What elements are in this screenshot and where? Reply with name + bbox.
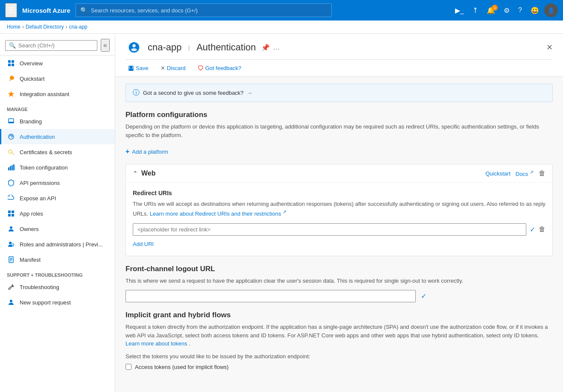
redirect-desc-link-text: Learn more about Redirect URIs and their… [150,211,281,217]
redirect-input-row: ✓ 🗑 [133,223,545,236]
access-tokens-checkbox[interactable] [125,364,131,370]
web-platform-card-header: ⌃ Web Quickstart Docs ↗ 🗑 [126,164,552,183]
sidebar-item-manifest[interactable]: Manifest [0,252,115,267]
upload-button[interactable]: ⤒ [469,4,481,17]
svg-point-20 [12,244,14,246]
svg-point-7 [9,134,14,139]
main-layout: 🔍 « Overview Quickstart [0,34,563,392]
grid-icon [7,59,15,67]
sidebar-item-app-roles-label: App roles [20,211,43,217]
sidebar-item-new-support[interactable]: New support request [0,295,115,310]
breadcrumb-home[interactable]: Home [7,24,20,30]
add-platform-label: Add a platform [132,149,168,155]
sidebar-search-input[interactable] [18,42,93,49]
sidebar-search-icon: 🔍 [9,42,16,49]
breadcrumb-app[interactable]: cna-app [69,24,87,30]
logout-check-icon: ✓ [421,292,426,300]
front-channel-section: Front-channel logout URL This is where w… [125,265,553,303]
sidebar-item-quickstart[interactable]: Quickstart [0,71,115,86]
topbar: ☰ Microsoft Azure 🔍 ▶_ ⤒ 🔔 1 ⚙ ? 😀 👤 [0,0,563,20]
sidebar-item-owners[interactable]: Owners [0,221,115,237]
redirect-uri-input[interactable] [133,223,526,236]
discard-label: Discard [167,65,186,71]
sidebar-item-authentication[interactable]: Authentication [0,129,115,144]
cloud-shell-button[interactable]: ▶_ [452,4,467,17]
svg-rect-12 [12,165,13,170]
discard-button[interactable]: ✕ Discard [158,63,188,73]
hamburger-menu[interactable]: ☰ [5,3,17,18]
more-options-icon[interactable]: … [273,44,280,51]
sidebar-item-roles-admin-label: Roles and administrators | Previ... [20,241,103,248]
svg-rect-29 [130,68,133,70]
topbar-icons: ▶_ ⤒ 🔔 1 ⚙ ? 😀 👤 [452,3,558,17]
svg-point-18 [10,226,12,229]
sidebar-item-branding[interactable]: Branding [0,114,115,129]
feedback-banner-text: Got a second to give us some feedback? [143,90,244,96]
sidebar-item-api-permissions-label: API permissions [20,180,60,186]
card-collapse-icon[interactable]: ⌃ [133,170,138,177]
feedback-button[interactable]: 😀 [527,4,543,17]
search-input[interactable] [91,7,327,14]
platform-card-actions: Quickstart Docs ↗ 🗑 [485,170,545,177]
redirect-delete-icon[interactable]: 🗑 [539,225,545,233]
breadcrumb-sep-1: › [22,24,24,30]
save-label: Save [136,65,149,71]
svg-point-25 [10,300,12,302]
redirect-uris-title: Redirect URIs [133,190,545,196]
feedback-banner-link[interactable]: → [247,90,253,96]
implicit-title: Implicit grant and hybrid flows [125,311,553,319]
sidebar-item-token-config-label: Token configuration [20,164,68,171]
implicit-desc-text: Request a token directly from the author… [125,324,548,339]
add-platform-button[interactable]: + Add a platform [125,146,168,157]
sidebar-item-integration-label: Integration assistant [20,91,69,97]
logout-url-input[interactable] [125,290,416,302]
feedback-label: Got feedback? [205,65,242,71]
sidebar-item-overview[interactable]: Overview [0,56,115,71]
avatar[interactable]: 👤 [544,3,558,17]
redirect-check-icon: ✓ [530,225,535,234]
person2-icon [7,240,15,249]
sidebar-item-integration[interactable]: Integration assistant [0,86,115,102]
sidebar-item-app-roles[interactable]: App roles [0,206,115,221]
redirect-desc-link[interactable]: Learn more about Redirect URIs and their… [150,211,286,217]
heart-icon [198,65,204,71]
sidebar-header: 🔍 « [0,34,115,56]
platform-delete-icon[interactable]: 🗑 [539,170,545,177]
key-icon [7,148,15,156]
web-quickstart-link[interactable]: Quickstart [485,170,510,177]
help-button[interactable]: ? [515,4,525,17]
grid2-icon [7,209,15,218]
sidebar-item-token-config[interactable]: Token configuration [0,160,115,175]
sidebar-item-api-permissions[interactable]: API permissions [0,175,115,190]
content-area: cna-app | Authentication 📌 … ✕ Save [115,34,563,392]
rocket-icon [7,74,15,83]
save-button[interactable]: Save [125,63,151,73]
info-icon: ⓘ [133,88,140,97]
feedback-banner: ⓘ Got a second to give us some feedback?… [125,84,553,102]
web-platform-card-body: Redirect URIs The URIs we will accept as… [126,183,552,255]
svg-rect-6 [9,122,14,123]
sidebar-item-authentication-label: Authentication [20,134,55,140]
close-icon[interactable]: ✕ [546,43,553,52]
svg-rect-11 [10,166,11,170]
sidebar-item-expose-api[interactable]: Expose an API [0,190,115,206]
settings-button[interactable]: ⚙ [500,4,513,17]
web-docs-link[interactable]: Docs ↗ [516,170,534,177]
notifications-button[interactable]: 🔔 1 [483,4,499,17]
svg-marker-4 [8,91,14,97]
search-bar: 🔍 [76,3,332,17]
svg-rect-10 [8,167,9,170]
sidebar-collapse-button[interactable]: « [101,39,110,52]
implicit-learn-more-link[interactable]: Learn more about tokens [125,340,189,347]
breadcrumb-directory[interactable]: Default Directory [26,24,64,30]
feedback-button[interactable]: Got feedback? [195,63,244,73]
pin-icon[interactable]: 📌 [261,44,270,52]
sidebar-item-certificates[interactable]: Certificates & secrets [0,144,115,160]
brand-name: Microsoft Azure [22,7,70,14]
sidebar-item-roles-admin[interactable]: Roles and administrators | Previ... [0,237,115,252]
svg-line-9 [12,152,14,155]
front-channel-desc: This is where we send a request to have … [125,277,553,285]
sidebar-item-troubleshooting[interactable]: Troubleshooting [0,279,115,295]
content-header: cna-app | Authentication 📌 … ✕ Save [115,34,563,77]
add-uri-button[interactable]: Add URI [133,239,154,249]
